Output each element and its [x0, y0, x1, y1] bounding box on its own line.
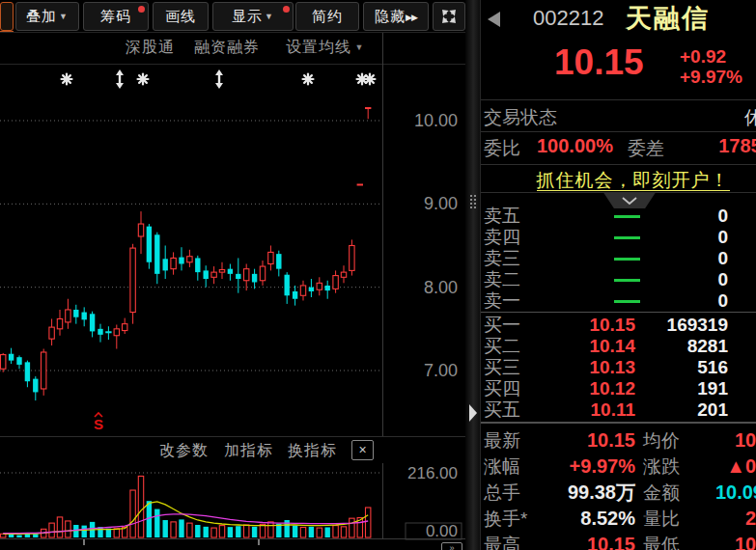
buy-row-5[interactable]: 买五10.11201: [481, 399, 756, 421]
last-price: 10.15: [554, 42, 644, 83]
link-ma-settings[interactable]: 设置均线 ▼: [286, 38, 364, 58]
sell-row-3[interactable]: 卖三0: [481, 248, 756, 269]
main-toolbar: 叠加▼ 筹码 画线 显示▼ 简约 隐藏▶▶: [0, 0, 465, 33]
hide-label: 隐藏: [375, 8, 406, 24]
trade-status-value: 休市: [744, 105, 756, 130]
weicha-value: 178508: [718, 135, 756, 157]
svg-text:0.00: 0.00: [426, 522, 458, 540]
add-indicator-button[interactable]: 加指标: [224, 441, 273, 461]
trade-status-label: 交易状态: [484, 105, 557, 130]
switch-indicator-button[interactable]: 换指标: [288, 441, 337, 461]
stat-row-volume: 总手99.38万 金额10.09亿: [481, 480, 756, 506]
stat-row-highlow: 最高10.15 最低10.02: [481, 532, 756, 550]
empty-price-dash-icon: [614, 258, 640, 261]
empty-price-dash-icon: [614, 300, 640, 303]
overlay-label: 叠加: [26, 8, 57, 24]
overlay-button[interactable]: 叠加▼: [15, 2, 79, 31]
volume-chart-canvas[interactable]: 216.000.00: [0, 463, 465, 540]
notification-dot-icon: [138, 6, 145, 13]
svg-text:S: S: [94, 416, 103, 432]
partial-button[interactable]: [0, 2, 14, 31]
kline-chart-canvas[interactable]: 10.009.008.007.00S: [0, 64, 465, 436]
time-axis-tick: [83, 539, 85, 545]
axis-divider: [382, 33, 383, 64]
sell-row-4[interactable]: 卖四0: [481, 227, 756, 248]
price-change-pct: +9.97%: [680, 67, 742, 88]
price-change: +0.92: [680, 46, 726, 68]
stat-row-latest: 最新10.15 均价10.15: [481, 427, 756, 454]
sell-row-2[interactable]: 卖二0: [481, 269, 756, 290]
stock-code: 002212: [533, 6, 603, 31]
stock-app-window: 叠加▼ 筹码 画线 显示▼ 简约 隐藏▶▶: [0, 0, 756, 550]
svg-text:8.00: 8.00: [424, 278, 458, 297]
panel-splitter[interactable]: [465, 0, 480, 550]
display-button[interactable]: 显示▼: [212, 2, 294, 31]
empty-price-dash-icon: [614, 215, 640, 218]
buy-row-4[interactable]: 买四10.12191: [481, 378, 756, 399]
chevron-down-icon: ▼: [351, 42, 364, 52]
simple-mode-label: 简约: [312, 8, 343, 24]
sell-row-5[interactable]: 卖五0: [481, 206, 756, 227]
draw-line-label: 画线: [165, 8, 196, 24]
simple-mode-button[interactable]: 简约: [295, 2, 359, 31]
svg-text:7.00: 7.00: [424, 361, 458, 380]
hide-button[interactable]: 隐藏▶▶: [363, 2, 429, 31]
svg-text:10.00: 10.00: [414, 111, 458, 130]
weicha-label: 委差: [628, 136, 664, 161]
chevron-down-icon: ▼: [265, 12, 274, 21]
empty-price-dash-icon: [614, 279, 640, 282]
notification-dot-icon: [283, 6, 290, 13]
expand-pane-icon[interactable]: »: [441, 542, 462, 550]
close-indicator-icon[interactable]: ×: [351, 440, 374, 460]
buy-row-1[interactable]: 买一10.15169319: [481, 315, 756, 336]
stat-row-turnover: 换手*8.52% 量比2.04: [481, 506, 756, 532]
buy-row-2[interactable]: 买二10.148281: [481, 336, 756, 357]
chevron-down-icon: ▼: [59, 12, 69, 21]
collapse-panel-arrow-icon[interactable]: [469, 404, 477, 422]
fullscreen-button[interactable]: [433, 2, 465, 31]
expand-arrows-icon: [441, 9, 457, 24]
buy-row-3[interactable]: 买三10.13516: [481, 357, 756, 378]
toolbar-divider: [0, 32, 465, 33]
edit-params-button[interactable]: 改参数: [159, 441, 209, 461]
chips-label: 筹码: [100, 8, 131, 24]
stat-row-change: 涨幅+9.97% 涨跌▲0.92: [481, 454, 756, 480]
splitter-grip-icon[interactable]: [470, 195, 472, 197]
sell-row-1[interactable]: 卖一0: [481, 290, 756, 312]
link-margin-trading[interactable]: 融资融券: [194, 38, 260, 58]
weibi-label: 委比: [484, 136, 520, 161]
quote-panel: 002212 天融信 10.15 +0.92 +9.97% 交易状态 休市 委比…: [480, 0, 756, 550]
link-shenzhen-connect[interactable]: 深股通: [126, 38, 175, 58]
weibi-value: 100.00%: [537, 135, 613, 157]
draw-line-button[interactable]: 画线: [153, 2, 209, 31]
stock-name: 天融信: [626, 1, 710, 36]
time-axis-tick: [258, 539, 260, 545]
open-account-ad[interactable]: 抓住机会，即刻开户！: [481, 168, 756, 193]
display-label: 显示: [232, 8, 263, 24]
empty-price-dash-icon: [614, 236, 640, 239]
double-arrow-right-icon: ▶▶: [406, 13, 417, 22]
back-arrow-icon[interactable]: [488, 12, 500, 27]
chips-button[interactable]: 筹码: [83, 2, 149, 31]
svg-text:216.00: 216.00: [407, 464, 458, 482]
svg-text:9.00: 9.00: [424, 194, 458, 213]
